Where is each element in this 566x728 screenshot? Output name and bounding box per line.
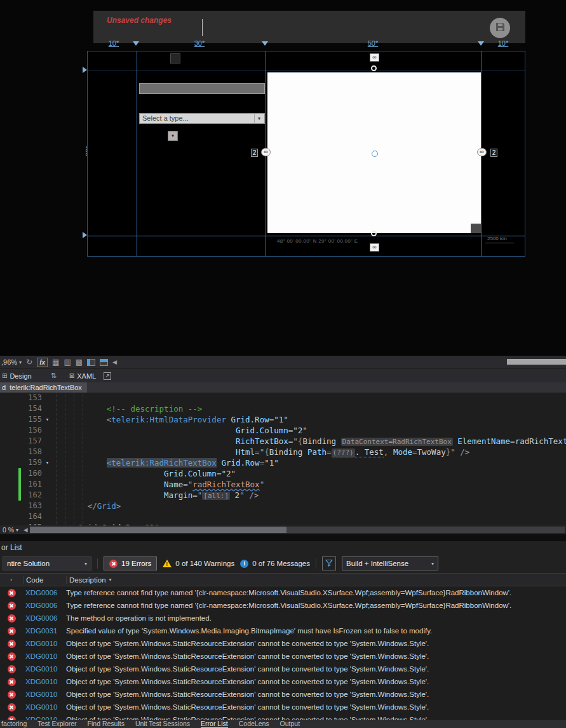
line-gutter[interactable]: 164	[0, 511, 54, 522]
line-gutter[interactable]: 159▾	[0, 457, 54, 468]
grid-column-size-label[interactable]: 10*	[494, 39, 512, 47]
code-column-header[interactable]: Code	[23, 576, 66, 584]
line-gutter[interactable]: 161	[0, 479, 54, 490]
snap-to-snaplines-icon[interactable]	[87, 359, 95, 366]
messages-toggle-button[interactable]: i 0 of 76 Messages	[240, 560, 310, 568]
type-combobox[interactable]: Select a type... ▾	[139, 113, 265, 124]
bottom-tab-factoring[interactable]: factoring	[1, 720, 27, 728]
bottom-tab-find-results[interactable]: Find Results	[88, 720, 125, 728]
show-grid-icon[interactable]: ▦	[52, 356, 59, 368]
error-code-link[interactable]: XDG0010	[23, 665, 66, 673]
code-line[interactable]: 162 Margin="[all:] 2" />	[0, 490, 566, 501]
error-row[interactable]: XDG0006The method or operation is not im…	[0, 612, 566, 624]
filter-source-dropdown[interactable]: Build + IntelliSense ▾	[342, 556, 438, 570]
code-line[interactable]: 161 Name="radRichTextBox"	[0, 479, 566, 490]
grid-column-marker-icon[interactable]	[478, 41, 484, 46]
grid-column-marker-icon[interactable]	[133, 41, 139, 46]
error-row[interactable]: XDG0010Object of type 'System.Windows.St…	[0, 663, 566, 675]
description-column-header[interactable]: Description ▾	[66, 576, 566, 584]
bottom-tab-unit-test-sessions[interactable]: Unit Test Sessions	[135, 720, 190, 728]
code-line[interactable]: 158 Html="{Binding Path=(???). Test, Mod…	[0, 447, 566, 457]
designer-zoom-dropdown[interactable]: ,96% ▾	[1, 358, 22, 366]
code-line[interactable]: 163 </Grid>	[0, 501, 566, 511]
error-row[interactable]: XDG0006Type reference cannot find type n…	[0, 586, 566, 599]
line-gutter[interactable]: 162	[0, 490, 54, 501]
errors-toggle-button[interactable]: 19 Errors	[104, 556, 157, 570]
textbox-widget[interactable]	[139, 83, 265, 94]
designer-hscrollbar-thumb[interactable]	[507, 359, 566, 365]
code-line[interactable]: 157 RichTextBox="{Binding DataContext=Ra…	[0, 436, 566, 447]
swap-panes-icon[interactable]: ⇅	[51, 372, 57, 380]
fold-collapse-icon[interactable]: ▾	[42, 457, 53, 468]
error-code-link[interactable]: XDG0006	[23, 589, 66, 597]
error-code-link[interactable]: XDG0010	[23, 678, 66, 685]
anchor-right-icon[interactable]: ∞	[477, 148, 487, 156]
grid-column-size-label[interactable]: 30*	[191, 39, 208, 47]
error-row[interactable]: XDG0010Object of type 'System.Windows.St…	[0, 637, 566, 650]
error-code-link[interactable]: XDG0010	[23, 652, 66, 660]
design-artboard[interactable]: Select a type... ▾ ▾ ∞ ∞ ∞ ∞ 2 2 48° 00'…	[87, 51, 525, 257]
code-line[interactable]: 155▾ <telerik:HtmlDataProvider Grid.Row=…	[0, 414, 566, 425]
grid-column-size-label[interactable]: 50*	[364, 39, 382, 47]
hscroll-track[interactable]	[30, 527, 565, 533]
line-gutter[interactable]: 157	[0, 436, 54, 447]
error-row[interactable]: XDG0031Specified value of type 'System.W…	[0, 624, 566, 637]
resize-grip[interactable]	[471, 224, 481, 233]
fold-collapse-icon[interactable]: ▾	[42, 414, 53, 425]
error-row[interactable]: XDG0006Type reference cannot find type n…	[0, 599, 566, 612]
anchor-left-icon[interactable]: ∞	[261, 148, 271, 156]
line-gutter[interactable]: 160	[0, 468, 54, 479]
xaml-code-editor[interactable]: 153154 <!-- description -->155▾ <telerik…	[0, 393, 566, 525]
line-gutter[interactable]: 155▾	[0, 414, 54, 425]
filter-button[interactable]	[322, 556, 336, 570]
error-code-link[interactable]: XDG0006	[23, 614, 66, 622]
scope-dropdown[interactable]: ntire Solution ▾	[3, 556, 91, 570]
panel-splitter[interactable]	[0, 534, 566, 541]
code-line[interactable]: 156 Grid.Column="2"	[0, 425, 566, 436]
line-gutter[interactable]: 158	[0, 447, 54, 457]
line-gutter[interactable]: 154	[0, 403, 54, 414]
snap-grid-icon[interactable]: ▥	[64, 356, 71, 368]
error-code-link[interactable]: XDG0006	[23, 602, 66, 609]
resize-handle-top[interactable]	[371, 65, 377, 71]
bottom-tab-test-explorer[interactable]: Test Explorer	[37, 720, 76, 728]
error-code-link[interactable]: XDG0031	[23, 627, 66, 635]
code-line[interactable]: 160 Grid.Column="2"	[0, 468, 566, 479]
editor-zoom-dropdown[interactable]: 0 % ▾	[0, 526, 21, 534]
show-annotations-icon[interactable]	[100, 359, 108, 366]
collapse-left-icon[interactable]: ◀	[112, 356, 117, 368]
grid-options-icon[interactable]: ▩	[76, 356, 83, 368]
scroll-left-icon[interactable]: ◀	[21, 527, 30, 533]
anchor-top-icon[interactable]: ∞	[370, 53, 379, 62]
small-button-widget[interactable]	[170, 53, 180, 64]
grid-row-marker-icon[interactable]	[83, 232, 87, 238]
bottom-tab-output[interactable]: Output	[280, 720, 300, 728]
bottom-tab-error-list[interactable]: Error List	[201, 720, 228, 728]
popout-icon[interactable]: ↗	[104, 372, 111, 380]
error-code-link[interactable]: XDG0010	[23, 691, 66, 698]
bottom-tab-codelens[interactable]: CodeLens	[239, 720, 269, 728]
line-gutter[interactable]: 156	[0, 425, 54, 436]
grid-column-size-label[interactable]: 10*	[105, 39, 123, 47]
effects-toggle-button[interactable]: fx	[37, 358, 48, 367]
line-gutter[interactable]: 153	[0, 393, 54, 403]
code-line[interactable]: 153	[0, 393, 566, 403]
error-row[interactable]: XDG0010Object of type 'System.Windows.St…	[0, 675, 566, 688]
error-code-link[interactable]: XDG0010	[23, 640, 66, 647]
tab-xaml[interactable]: ⊠ XAML	[69, 372, 96, 380]
save-button[interactable]	[490, 18, 510, 38]
refresh-icon[interactable]: ↻	[26, 356, 32, 368]
error-row[interactable]: XDG0010Object of type 'System.Windows.St…	[0, 688, 566, 701]
line-gutter[interactable]: 163	[0, 501, 54, 511]
margin-right-badge[interactable]: 2	[490, 149, 497, 157]
margin-left-badge[interactable]: 2	[251, 149, 258, 157]
breadcrumb-current[interactable]: d telerik:RadRichTextBox	[0, 382, 87, 393]
grid-column-marker-icon[interactable]	[262, 41, 268, 46]
error-row[interactable]: XDG0010Object of type 'System.Windows.St…	[0, 650, 566, 663]
hscroll-thumb[interactable]	[30, 527, 286, 533]
code-line[interactable]: 159▾ <telerik:RadRichTextBox Grid.Row="1…	[0, 457, 566, 468]
error-row[interactable]: XDG0010Object of type 'System.Windows.St…	[0, 713, 566, 720]
error-row[interactable]: XDG0010Object of type 'System.Windows.St…	[0, 701, 566, 713]
warnings-toggle-button[interactable]: 0 of 140 Warnings	[163, 560, 234, 567]
severity-column-header[interactable]: ▪	[0, 577, 23, 583]
